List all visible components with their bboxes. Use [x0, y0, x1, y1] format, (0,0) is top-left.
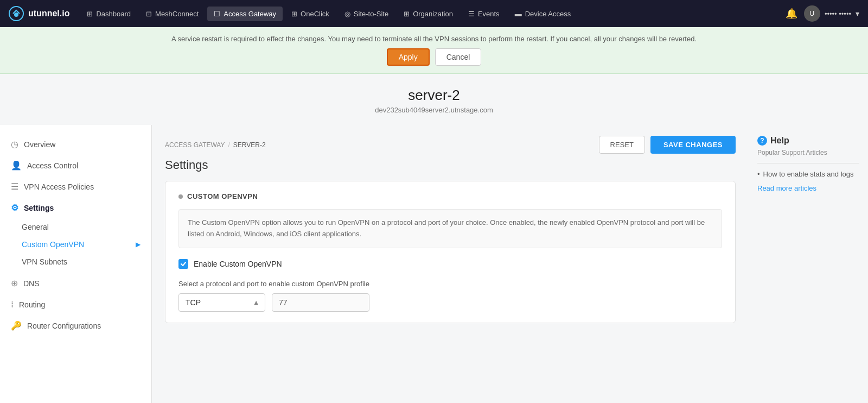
breadcrumb: ACCESS GATEWAY / SERVER-2: [165, 141, 266, 149]
breadcrumb-row: ACCESS GATEWAY / SERVER-2 RESET SAVE CHA…: [165, 136, 736, 154]
banner-actions: Apply Cancel: [0, 48, 868, 66]
reset-button[interactable]: RESET: [599, 136, 645, 154]
restart-banner: A service restart is required to effect …: [0, 27, 868, 74]
organization-icon: ⊞: [404, 10, 410, 18]
help-divider: [757, 163, 859, 163]
svg-point-1: [14, 12, 18, 17]
access-control-icon: 👤: [11, 160, 22, 171]
banner-message: A service restart is required to effect …: [0, 35, 868, 43]
sidebar-item-overview[interactable]: ◷ Overview: [0, 134, 151, 155]
nav-organization[interactable]: ⊞ Organization: [397, 7, 459, 21]
server-header: server-2 dev232sub4049server2.utnstage.c…: [0, 74, 868, 125]
help-article-item: How to enable stats and logs: [757, 170, 859, 178]
enable-checkbox[interactable]: [178, 259, 188, 269]
sidebar-item-vpn-access-policies[interactable]: ☰ VPN Access Policies: [0, 176, 151, 197]
nav-access-gateway[interactable]: ☐ Access Gateway: [207, 7, 283, 21]
notification-bell-icon[interactable]: 🔔: [786, 8, 797, 20]
nav-oneclick[interactable]: ⊞ OneClick: [285, 7, 336, 21]
sidebar: ◷ Overview 👤 Access Control ☰ VPN Access…: [0, 125, 152, 403]
sidebar-item-general[interactable]: General: [0, 218, 151, 236]
access-gateway-icon: ☐: [214, 10, 220, 18]
router-config-icon: 🔑: [11, 320, 22, 331]
protocol-section: Select a protocol and port to enable cus…: [178, 280, 722, 312]
nav-right-section: 🔔 U ••••• ••••• ▾: [786, 5, 859, 22]
dns-icon: ⊕: [11, 278, 18, 288]
oneclick-icon: ⊞: [291, 10, 297, 18]
settings-icon: ⚙: [11, 203, 18, 213]
breadcrumb-parent[interactable]: ACCESS GATEWAY: [165, 141, 225, 149]
server-subtitle: dev232sub4049server2.utnstage.com: [0, 106, 868, 114]
action-buttons: RESET SAVE CHANGES: [599, 136, 736, 154]
sidebar-item-vpn-subnets[interactable]: VPN Subnets: [0, 253, 151, 270]
enable-checkbox-row: Enable Custom OpenVPN: [178, 259, 722, 269]
overview-icon: ◷: [11, 139, 18, 149]
port-input[interactable]: [272, 293, 369, 312]
user-menu[interactable]: U ••••• ••••• ▾: [804, 5, 859, 22]
top-navigation: utunnel.io ⊞ Dashboard ⊡ MeshConnect ☐ A…: [0, 0, 868, 27]
sidebar-item-access-control[interactable]: 👤 Access Control: [0, 155, 151, 176]
help-title: ? Help: [757, 136, 859, 146]
main-layout: ◷ Overview 👤 Access Control ☰ VPN Access…: [0, 125, 868, 403]
protocol-inputs: TCP UDP ▲: [178, 293, 722, 312]
chevron-right-icon: ▶: [136, 241, 141, 248]
breadcrumb-separator: /: [228, 141, 229, 149]
cancel-button[interactable]: Cancel: [435, 48, 482, 66]
nav-meshconnect[interactable]: ⊡ MeshConnect: [139, 7, 205, 21]
sidebar-item-settings[interactable]: ⚙ Settings: [0, 197, 151, 218]
main-content: ACCESS GATEWAY / SERVER-2 RESET SAVE CHA…: [152, 125, 749, 403]
events-icon: ☰: [468, 10, 475, 18]
read-more-articles-link[interactable]: Read more articles: [757, 184, 816, 192]
help-subtitle: Popular Support Articles: [757, 149, 859, 156]
user-dropdown-icon: ▾: [856, 9, 859, 18]
help-sidebar: ? Help Popular Support Articles How to e…: [749, 125, 868, 403]
protocol-select-wrapper: TCP UDP ▲: [178, 293, 265, 312]
sidebar-item-routing[interactable]: ⁞ Routing: [0, 294, 151, 315]
enable-checkbox-label: Enable Custom OpenVPN: [194, 260, 282, 268]
vpn-policies-icon: ☰: [11, 181, 18, 192]
meshconnect-icon: ⊡: [146, 10, 152, 18]
page-title: Settings: [165, 158, 736, 172]
breadcrumb-current: SERVER-2: [233, 141, 266, 149]
section-description: The Custom OpenVPN option allows you to …: [178, 209, 722, 248]
sidebar-item-custom-openvpn[interactable]: Custom OpenVPN ▶: [0, 236, 151, 253]
server-title: server-2: [0, 87, 868, 104]
site-to-site-icon: ◎: [344, 10, 350, 18]
nav-events[interactable]: ☰ Events: [462, 7, 506, 21]
sidebar-item-router-configurations[interactable]: 🔑 Router Configurations: [0, 315, 151, 336]
nav-device-access[interactable]: ▬ Device Access: [508, 7, 578, 21]
app-logo[interactable]: utunnel.io: [9, 6, 69, 21]
routing-icon: ⁞: [11, 299, 14, 310]
nav-dashboard[interactable]: ⊞ Dashboard: [80, 7, 137, 21]
nav-site-to-site[interactable]: ◎ Site-to-Site: [338, 7, 395, 21]
apply-button[interactable]: Apply: [387, 48, 430, 66]
dashboard-icon: ⊞: [87, 10, 93, 18]
sidebar-item-dns[interactable]: ⊕ DNS: [0, 273, 151, 294]
avatar: U: [804, 5, 820, 22]
section-dot-icon: [178, 194, 183, 199]
section-header: CUSTOM OPENVPN: [178, 192, 722, 200]
save-changes-button[interactable]: SAVE CHANGES: [650, 136, 736, 154]
protocol-select[interactable]: TCP UDP: [178, 293, 265, 312]
help-question-icon: ?: [757, 136, 767, 146]
device-access-icon: ▬: [515, 10, 522, 18]
custom-openvpn-card: CUSTOM OPENVPN The Custom OpenVPN option…: [165, 181, 736, 323]
protocol-label: Select a protocol and port to enable cus…: [178, 280, 722, 288]
